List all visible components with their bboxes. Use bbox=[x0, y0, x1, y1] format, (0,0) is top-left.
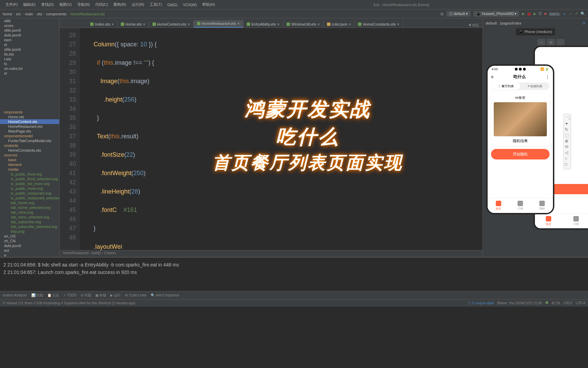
bottom-todo[interactable]: ✓ TODO bbox=[63, 293, 77, 297]
phone-menu-icon[interactable]: ≡ bbox=[491, 75, 493, 79]
tree-item[interactable]: el bbox=[0, 71, 59, 76]
bc-home[interactable]: home bbox=[3, 12, 12, 16]
tree-folder-resources[interactable]: sources bbox=[0, 153, 59, 157]
tree-item[interactable]: dule.json5 bbox=[0, 33, 59, 37]
tree-file[interactable]: MainPage.ets bbox=[0, 129, 59, 134]
tree-item[interactable]: ile.ets bbox=[0, 52, 59, 57]
tool-refresh-icon[interactable]: ⟲ bbox=[565, 144, 570, 149]
run-config-right[interactable]: 📱 Huawei_Phone500 ▾ bbox=[473, 11, 519, 17]
profile-icon[interactable]: ⏱ bbox=[538, 12, 542, 16]
bc-src[interactable]: src bbox=[16, 12, 21, 16]
tree-file[interactable]: HomeRestaurant.ets bbox=[0, 124, 59, 129]
phone-tab-food[interactable]: ✕ 食物列表 bbox=[520, 82, 550, 90]
debug-icon[interactable]: 🐞 bbox=[527, 12, 532, 16]
run-config-left[interactable]: ⬡ default ▾ bbox=[446, 11, 471, 17]
bottom-log[interactable]: 📋 日志 bbox=[47, 293, 59, 298]
tab-entryability[interactable]: EntryAbility.ets × bbox=[243, 21, 283, 28]
tree-item[interactable]: dule.json5 bbox=[0, 243, 59, 248]
git-update-icon[interactable]: ↙ bbox=[563, 12, 566, 16]
bottom-problems[interactable]: ⊘ 问题 bbox=[81, 293, 91, 298]
tree-img[interactable]: tab_home.svg bbox=[0, 200, 59, 205]
phone-nav-home[interactable]: 首页 bbox=[488, 198, 509, 213]
code-content[interactable]: Column({ space: 10 }) { if (this.image !… bbox=[80, 28, 483, 250]
tab-homeconstants[interactable]: HomeConstants.ets × bbox=[355, 21, 403, 28]
terminal[interactable]: 2 21:01:04:656: $ hdc shell aa start -a … bbox=[0, 257, 588, 291]
tree-item[interactable]: r.ets bbox=[0, 57, 59, 61]
phone-start-button[interactable]: 开始随机 bbox=[491, 149, 550, 159]
tree-item[interactable]: e bbox=[0, 253, 59, 257]
tree-item[interactable]: ofile.json5 bbox=[0, 28, 59, 33]
preview-refresh-icon[interactable]: ⟳ bbox=[582, 21, 585, 26]
preview-tree-icon[interactable]: ⊞ bbox=[547, 39, 555, 46]
tool-home-icon[interactable]: ○ bbox=[565, 156, 570, 161]
collapse-preview[interactable]: ◀ 收起 bbox=[468, 23, 483, 28]
status-encoding[interactable]: UTF-8 bbox=[576, 301, 585, 305]
tree-item[interactable]: urces bbox=[0, 23, 59, 28]
preview-more-icon[interactable]: ⋯ bbox=[556, 39, 565, 46]
tree-item[interactable]: on-rules.txt bbox=[0, 66, 59, 71]
menu-run[interactable]: 运行(R) bbox=[129, 2, 147, 7]
tool-zoom-icon[interactable]: ⊕ bbox=[565, 139, 570, 143]
tree-item[interactable]: ect bbox=[0, 248, 59, 253]
tree-folder-media[interactable]: media bbox=[0, 167, 59, 172]
tab-homecontent[interactable]: HomeContent.ets × bbox=[149, 21, 194, 28]
menu-find[interactable]: 查找(D) bbox=[38, 2, 56, 7]
git-commit-icon[interactable]: ✓ bbox=[569, 12, 572, 16]
phone-tab-restaurant[interactable]: 🍴 餐厅列表 bbox=[491, 82, 520, 90]
status-lineending[interactable]: CRLF bbox=[564, 301, 572, 305]
tool-crop-icon[interactable]: ⬚ bbox=[565, 133, 570, 138]
tree-img[interactable]: tab_mine.svg bbox=[0, 210, 59, 215]
tab-windowutil[interactable]: WindowUtil.ets × bbox=[283, 21, 323, 28]
tree-img[interactable]: tab_home_selected.svg bbox=[0, 205, 59, 210]
menu-help[interactable]: 帮助(H) bbox=[199, 2, 217, 7]
editor-breadcrumb[interactable]: HomeRestaurant › build() › Column bbox=[60, 250, 483, 257]
tree-item[interactable]: el bbox=[0, 42, 59, 47]
menu-nav[interactable]: 导航(N) bbox=[75, 2, 93, 7]
phone-nav-subscribe[interactable]: 订阅 bbox=[509, 198, 531, 213]
tree-img[interactable]: ic_public_restaurant.svg bbox=[0, 191, 59, 196]
bottom-analyzer[interactable]: eration Analyzer bbox=[3, 293, 27, 297]
preview-device-label[interactable]: 📱 Phone (medium) bbox=[516, 28, 555, 35]
tree-folder-constants[interactable]: onstants bbox=[0, 143, 59, 148]
coverage-icon[interactable]: ▶ bbox=[534, 12, 536, 16]
tree-item[interactable]: en_US bbox=[0, 234, 59, 239]
target-icon[interactable]: ◎ bbox=[440, 12, 444, 16]
tree-img[interactable]: ic_public_more.svg bbox=[0, 186, 59, 191]
tree-file[interactable]: FooterTabCompModel.ets bbox=[0, 138, 59, 143]
menu-code[interactable]: 代码(C) bbox=[93, 2, 111, 7]
bottom-arkui[interactable]: 🔍 ArkUI Inspector bbox=[151, 293, 179, 297]
tree-img[interactable]: tmp.png bbox=[0, 229, 59, 234]
search-icon[interactable]: 🔍 bbox=[581, 12, 585, 16]
git-push-icon[interactable]: ↗ bbox=[575, 12, 578, 16]
tab-index[interactable]: Index.ets × bbox=[87, 21, 117, 28]
menu-refactor[interactable]: 重构(R) bbox=[111, 2, 129, 7]
tool-recent-icon[interactable]: □ bbox=[565, 162, 570, 167]
tree-folder[interactable]: element bbox=[0, 162, 59, 167]
phone-more-icon[interactable]: ⋮ bbox=[545, 75, 550, 79]
tree-item[interactable]: utils bbox=[0, 18, 59, 23]
menu-view[interactable]: 视图(V) bbox=[56, 2, 75, 7]
tree-img[interactable]: ic_public_restaurant_selected.svg bbox=[0, 196, 59, 200]
stop-icon[interactable]: ■ bbox=[544, 12, 546, 16]
bc-file[interactable]: HomeRestaurant.ets bbox=[70, 12, 105, 16]
tree-img[interactable]: tab_mine_selected.svg bbox=[0, 215, 59, 219]
menu-vcs[interactable]: VCS(W) bbox=[180, 3, 199, 7]
tree-file-selected[interactable]: HomeContent.ets bbox=[0, 119, 59, 124]
tree-folder-components[interactable]: omponents bbox=[0, 110, 59, 114]
tree-file[interactable]: HomeConstants.ets bbox=[0, 148, 59, 153]
tool-rotate-icon[interactable]: ↻ bbox=[565, 127, 570, 132]
tree-img[interactable]: ic_public_food_selected.svg bbox=[0, 177, 59, 181]
tree-file[interactable]: Home.ets bbox=[0, 114, 59, 119]
bc-components[interactable]: components bbox=[46, 12, 66, 16]
tree-item[interactable]: zh_CN bbox=[0, 239, 59, 243]
tab-homerestaurant[interactable]: HomeRestaurant.ets × bbox=[194, 20, 243, 28]
preview-back-icon[interactable]: ◁ bbox=[537, 39, 545, 46]
bottom-run[interactable]: ▶ 运行 bbox=[110, 293, 121, 298]
tree-item[interactable]: ts bbox=[0, 61, 59, 66]
menu-file[interactable]: 文件(F) bbox=[3, 2, 20, 7]
tool-pointer-icon[interactable]: ✦ bbox=[565, 121, 570, 126]
menu-tools[interactable]: 工具(T) bbox=[147, 2, 165, 7]
tree-folder[interactable]: base bbox=[0, 157, 59, 162]
tab-colorjson[interactable]: color.json × bbox=[324, 21, 355, 28]
bc-main[interactable]: main bbox=[25, 12, 33, 16]
